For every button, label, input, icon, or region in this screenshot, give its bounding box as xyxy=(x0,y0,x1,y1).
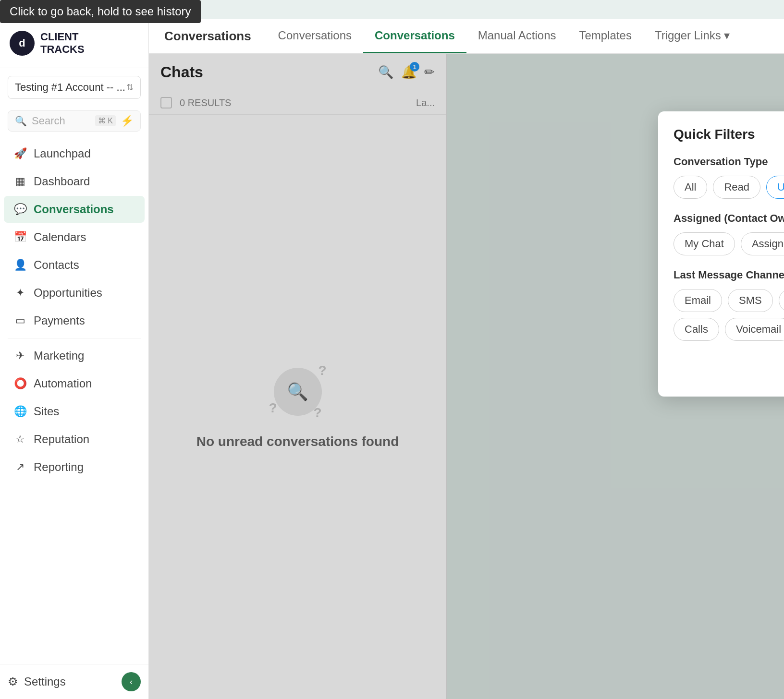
filter-section-assigned: Assigned (Contact Owner) My Chat Assigne… xyxy=(674,212,784,255)
qf-header: Quick Filters ✕ Clear Filters xyxy=(674,127,784,142)
tab-label: Conversations xyxy=(278,29,352,42)
chip-unread[interactable]: Unread xyxy=(766,176,784,199)
sidebar-item-label: Conversations xyxy=(34,203,114,216)
qf-footer: Cancel Apply xyxy=(674,354,784,381)
sidebar-item-label: Dashboard xyxy=(34,175,90,188)
conversation-type-chips: All Read Unread Starred xyxy=(674,176,784,199)
back-tooltip: Click to go back, hold to see history xyxy=(0,0,201,23)
tab-conversations[interactable]: Conversations xyxy=(267,19,363,53)
chip-gmb[interactable]: GMB xyxy=(779,289,784,312)
sidebar-item-label: Sites xyxy=(34,405,59,418)
tab-label: Conversations xyxy=(375,29,455,42)
qf-title: Quick Filters xyxy=(674,127,755,142)
sidebar-item-conversations[interactable]: 💬 Conversations xyxy=(4,196,145,223)
section-title-last-message-channel: Last Message Channel xyxy=(674,269,784,281)
tab-label: Trigger Links ▾ xyxy=(655,29,730,42)
chip-all[interactable]: All xyxy=(674,176,707,199)
chip-my-chat[interactable]: My Chat xyxy=(674,232,735,255)
section-title-assigned: Assigned (Contact Owner) xyxy=(674,212,784,225)
sidebar-item-label: Contacts xyxy=(34,258,79,272)
tab-label: Manual Actions xyxy=(478,29,556,42)
lightning-icon: ⚡ xyxy=(121,115,134,127)
sidebar-bottom: ⚙ Settings ‹ xyxy=(0,664,148,699)
tab-conversations-active[interactable]: Conversations xyxy=(363,19,466,53)
automation-icon: ⭕ xyxy=(13,377,27,390)
sidebar-item-label: Calendars xyxy=(34,230,86,244)
search-bar[interactable]: 🔍 Search ⌘ K ⚡ xyxy=(8,110,141,132)
sidebar-item-launchpad[interactable]: 🚀 Launchpad xyxy=(4,140,145,167)
logo-area: d CLIENTTRACKS xyxy=(0,19,148,68)
contacts-icon: 👤 xyxy=(13,259,27,271)
search-icon: 🔍 xyxy=(15,115,27,127)
chevron-down-icon: ▾ xyxy=(724,29,730,42)
search-shortcut: ⌘ K xyxy=(95,115,116,126)
marketing-icon: ✈ xyxy=(13,350,27,362)
tab-list: Conversations Conversations Manual Actio… xyxy=(267,19,741,53)
tab-label: Templates xyxy=(579,29,632,42)
account-arrows-icon: ⇅ xyxy=(126,82,134,93)
assigned-chips: My Chat Assigned To Unassigned xyxy=(674,232,784,255)
sidebar-item-label: Launchpad xyxy=(34,147,91,160)
sidebar-item-label: Reporting xyxy=(34,460,84,474)
conversations-icon: 💬 xyxy=(13,203,27,216)
page-title: Conversations xyxy=(164,29,251,44)
quick-filters-panel: Quick Filters ✕ Clear Filters Conversati… xyxy=(658,111,784,397)
logo-text: CLIENTTRACKS xyxy=(40,31,85,56)
logo-icon: d xyxy=(10,31,35,56)
dashboard-icon: ▦ xyxy=(13,175,27,188)
sidebar-nav: 🚀 Launchpad ▦ Dashboard 💬 Conversations … xyxy=(0,135,148,664)
sidebar-item-label: Marketing xyxy=(34,349,84,362)
settings-label: Settings xyxy=(24,675,66,688)
sidebar: d CLIENTTRACKS Testing #1 Account -- ...… xyxy=(0,19,149,699)
sidebar-item-marketing[interactable]: ✈ Marketing xyxy=(4,342,145,369)
chat-panel: Chats 🔍 🔔 1 ✏ 0 RESULTS La... xyxy=(149,54,784,699)
chip-sms[interactable]: SMS xyxy=(728,289,773,312)
nav-divider xyxy=(8,338,141,338)
chip-assigned-to[interactable]: Assigned To xyxy=(741,232,784,255)
sidebar-item-reputation[interactable]: ☆ Reputation xyxy=(4,426,145,453)
reporting-icon: ↗ xyxy=(13,461,27,473)
chip-read[interactable]: Read xyxy=(713,176,760,199)
sites-icon: 🌐 xyxy=(13,405,27,418)
sidebar-item-sites[interactable]: 🌐 Sites xyxy=(4,398,145,425)
channel-chips: Email SMS GMB Whatsapp Facebook Calls Vo… xyxy=(674,289,784,341)
tab-manual-actions[interactable]: Manual Actions xyxy=(466,19,568,53)
opportunities-icon: ✦ xyxy=(13,287,27,299)
right-area: Quick Filters ✕ Clear Filters Conversati… xyxy=(447,54,784,699)
filter-section-conversation-type: Conversation Type All Read Unread Starre… xyxy=(674,156,784,199)
calendars-icon: 📅 xyxy=(13,231,27,243)
sidebar-item-opportunities[interactable]: ✦ Opportunities xyxy=(4,279,145,306)
main-content: Conversations Conversations Conversation… xyxy=(149,19,784,699)
sidebar-item-automation[interactable]: ⭕ Automation xyxy=(4,370,145,397)
sidebar-item-contacts[interactable]: 👤 Contacts xyxy=(4,252,145,278)
sidebar-item-label: Reputation xyxy=(34,433,89,446)
chip-calls[interactable]: Calls xyxy=(674,318,719,341)
sidebar-item-reporting[interactable]: ↗ Reporting xyxy=(4,454,145,481)
sidebar-item-label: Payments xyxy=(34,314,85,327)
tab-templates[interactable]: Templates xyxy=(568,19,643,53)
account-label: Testing #1 Account -- ... xyxy=(15,81,125,94)
sidebar-item-label: Automation xyxy=(34,377,92,390)
settings-item[interactable]: ⚙ Settings xyxy=(8,675,66,688)
section-title-conversation-type: Conversation Type xyxy=(674,156,784,168)
sidebar-item-label: Opportunities xyxy=(34,286,102,300)
sidebar-item-dashboard[interactable]: ▦ Dashboard xyxy=(4,168,145,195)
payments-icon: ▭ xyxy=(13,314,27,327)
chevron-left-icon: ‹ xyxy=(130,677,133,687)
top-nav: Conversations Conversations Conversation… xyxy=(149,19,784,54)
settings-icon: ⚙ xyxy=(8,675,18,688)
search-placeholder: Search xyxy=(32,115,90,127)
sidebar-item-calendars[interactable]: 📅 Calendars xyxy=(4,224,145,251)
reputation-icon: ☆ xyxy=(13,433,27,446)
sidebar-collapse-button[interactable]: ‹ xyxy=(122,672,141,691)
chip-voicemail[interactable]: Voicemail xyxy=(725,318,784,341)
tab-trigger-links[interactable]: Trigger Links ▾ xyxy=(643,19,741,53)
filter-section-last-message-channel: Last Message Channel Email SMS GMB Whats… xyxy=(674,269,784,341)
launchpad-icon: 🚀 xyxy=(13,147,27,160)
account-selector[interactable]: Testing #1 Account -- ... ⇅ xyxy=(8,76,141,99)
chip-email[interactable]: Email xyxy=(674,289,722,312)
sidebar-item-payments[interactable]: ▭ Payments xyxy=(4,307,145,334)
